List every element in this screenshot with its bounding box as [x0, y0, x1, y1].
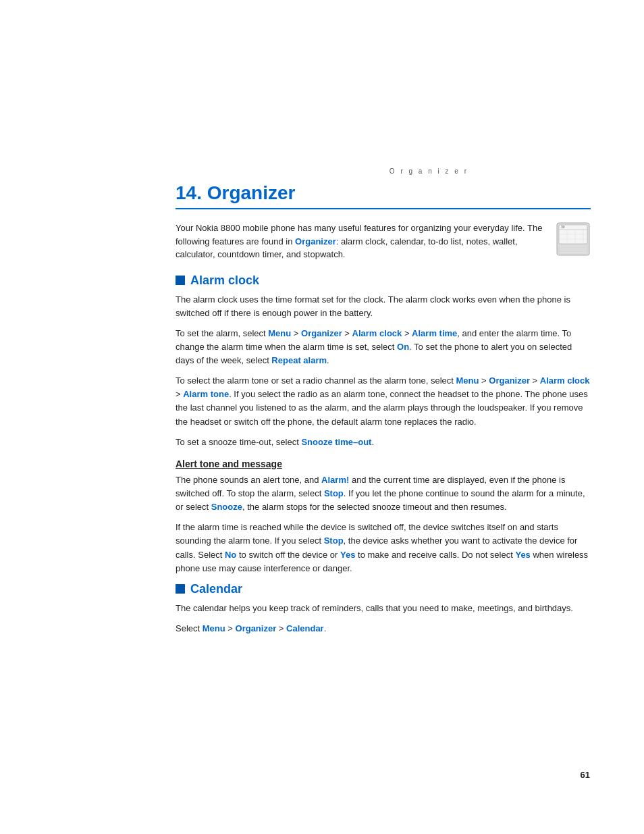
calendar-icon: [176, 584, 185, 594]
cal-sep1: >: [225, 623, 236, 633]
alert-para2-suffix2: to switch off the device or: [236, 550, 340, 560]
alert-tone-para2: If the alarm time is reached while the d…: [176, 521, 591, 575]
alert-tone-heading: Alert tone and message: [176, 459, 591, 469]
intro-section: Your Nokia 8800 mobile phone has many us…: [176, 221, 591, 261]
para3-menu[interactable]: Menu: [456, 375, 479, 386]
page-container: O r g a n i z e r 14. Organizer Your Nok…: [0, 0, 644, 834]
para4-snooze[interactable]: Snooze time–out: [301, 437, 371, 447]
alarm-clock-icon: [176, 276, 185, 285]
alarm-clock-para4: To set a snooze time-out, select Snooze …: [176, 436, 591, 449]
cal-calendar[interactable]: Calendar: [286, 623, 324, 633]
cal-menu[interactable]: Menu: [203, 623, 225, 633]
para2-organizer[interactable]: Organizer: [301, 328, 342, 338]
cal-sep2: >: [276, 623, 286, 633]
alarm-clock-heading-container: Alarm clock: [176, 273, 591, 288]
para2-sep2: >: [342, 328, 352, 338]
para2-sep3: >: [402, 328, 412, 338]
para3-prefix: To select the alarm tone or set a radio …: [176, 375, 456, 386]
alert-para1-prefix: The phone sounds an alert tone, and: [176, 475, 321, 485]
alarm-clock-heading: Alarm clock: [190, 273, 259, 288]
alert-alarm[interactable]: Alarm!: [321, 475, 349, 485]
para4-end: .: [371, 437, 374, 447]
para2-repeat[interactable]: Repeat alarm: [271, 355, 327, 365]
para4-prefix: To set a snooze time-out, select: [176, 437, 301, 447]
alert-no[interactable]: No: [225, 550, 236, 560]
para3-alarm-tone[interactable]: Alarm tone: [183, 389, 229, 399]
svg-rect-9: [559, 245, 587, 254]
alert-yes[interactable]: Yes: [340, 550, 355, 560]
alarm-clock-para3: To select the alarm tone or set a radio …: [176, 374, 591, 429]
calendar-heading-container: Calendar: [176, 582, 591, 596]
para3-organizer[interactable]: Organizer: [489, 375, 530, 386]
para2-menu[interactable]: Menu: [268, 328, 291, 338]
para2-alarm-time[interactable]: Alarm time: [412, 328, 457, 338]
section-label: O r g a n i z e r: [390, 167, 468, 175]
calendar-para2: Select Menu > Organizer > Calendar.: [176, 622, 591, 635]
page-number: 61: [581, 770, 590, 780]
para2-on[interactable]: On: [397, 342, 409, 352]
chapter-title: 14. Organizer: [176, 182, 591, 204]
para3-alarm-clock[interactable]: Alarm clock: [540, 375, 590, 386]
para2-alarm-clock[interactable]: Alarm clock: [352, 328, 402, 338]
alert-yes2[interactable]: Yes: [515, 550, 530, 560]
organizer-device-image: 30: [556, 221, 591, 257]
calendar-para1: The calendar helps you keep track of rem…: [176, 602, 591, 615]
cal-end: .: [324, 623, 327, 633]
calendar-heading: Calendar: [190, 582, 242, 596]
intro-link-organizer[interactable]: Organizer: [295, 236, 336, 246]
intro-text: Your Nokia 8800 mobile phone has many us…: [176, 221, 545, 261]
alert-para2-suffix3: to make and receive calls. Do not select: [355, 550, 515, 560]
alert-tone-para1: The phone sounds an alert tone, and Alar…: [176, 473, 591, 514]
svg-text:30: 30: [561, 225, 565, 229]
para3-sep3: >: [176, 389, 183, 399]
alarm-clock-para2: To set the alarm, select Menu > Organize…: [176, 327, 591, 367]
alert-stop[interactable]: Stop: [324, 488, 344, 498]
chapter-rule: [176, 208, 591, 209]
alert-para1-suffix3: , the alarm stops for the selected snooz…: [242, 502, 507, 512]
alert-stop2[interactable]: Stop: [324, 536, 344, 546]
para3-suffix: . If you select the radio as an alarm to…: [176, 389, 588, 426]
para3-sep1: >: [479, 375, 489, 386]
alert-snooze[interactable]: Snooze: [211, 502, 242, 512]
para2-sep1: >: [291, 328, 301, 338]
para3-sep2: >: [530, 375, 540, 386]
cal-para2-prefix: Select: [176, 623, 203, 633]
content-area: 14. Organizer Your Nokia 8800 mobile pho…: [176, 182, 591, 642]
alarm-clock-para1: The alarm clock uses the time format set…: [176, 293, 591, 320]
para2-prefix: To set the alarm, select: [176, 328, 268, 338]
para2-end: .: [327, 355, 329, 365]
cal-organizer[interactable]: Organizer: [236, 623, 277, 633]
